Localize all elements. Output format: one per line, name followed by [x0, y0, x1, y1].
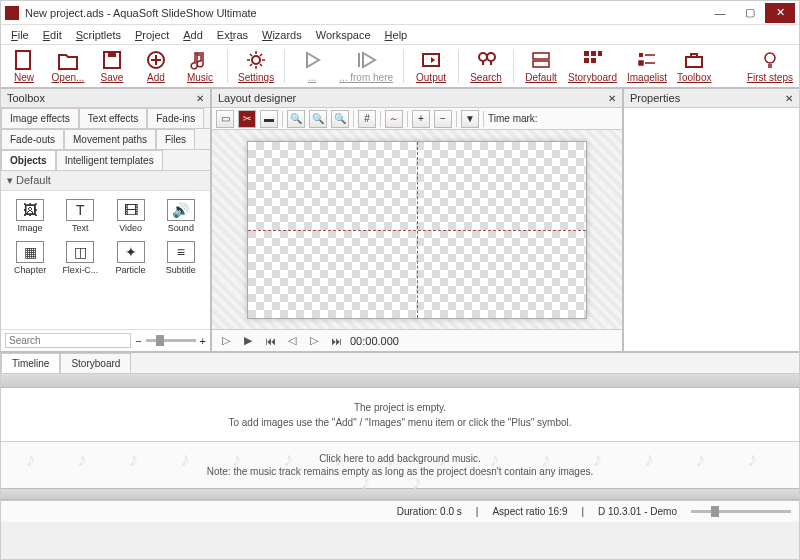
toolbox-close-icon[interactable]: ✕ [196, 93, 204, 104]
object-video[interactable]: 🎞Video [108, 197, 154, 235]
toolbox-zoom-slider[interactable] [146, 339, 196, 342]
properties-panel: Properties✕ [624, 89, 799, 351]
zoom-out-tool[interactable]: 🔍 [309, 110, 327, 128]
svg-rect-15 [639, 53, 643, 57]
open-button[interactable]: Open... [51, 49, 85, 83]
object-chapter[interactable]: ▦Chapter [7, 239, 53, 277]
svg-point-17 [765, 53, 775, 63]
svg-rect-12 [598, 51, 602, 56]
object-flexi[interactable]: ◫Flexi-C... [57, 239, 103, 277]
menu-edit[interactable]: Edit [37, 27, 68, 43]
layout-close-icon[interactable]: ✕ [608, 93, 616, 104]
menu-wizards[interactable]: Wizards [256, 27, 308, 43]
menu-scriptlets[interactable]: Scriptlets [70, 27, 127, 43]
maximize-button[interactable]: ▢ [735, 3, 765, 23]
zoom-fit-tool[interactable]: 🔍 [331, 110, 349, 128]
zoom-slider[interactable] [691, 510, 791, 513]
lightbulb-icon [759, 49, 781, 71]
playbar-play-here-icon[interactable]: ▶ [240, 333, 256, 349]
menu-workspace[interactable]: Workspace [310, 27, 377, 43]
playbar-rewind-icon[interactable]: ⏮ [262, 333, 278, 349]
timeline-ruler[interactable] [1, 374, 799, 388]
output-icon [420, 49, 442, 71]
align-tool[interactable]: ▼ [461, 110, 479, 128]
object-subtitle[interactable]: ≡Subtitle [158, 239, 204, 277]
storyboard-icon [582, 49, 604, 71]
toolbox-button[interactable]: Toolbox [677, 49, 711, 83]
canvas[interactable] [247, 141, 587, 319]
grid-tool[interactable]: # [358, 110, 376, 128]
object-particle[interactable]: ✦Particle [108, 239, 154, 277]
crop-tool[interactable]: ✂ [238, 110, 256, 128]
play-from-here-icon [355, 49, 377, 71]
svg-rect-10 [584, 51, 589, 56]
remove-keyframe-tool[interactable]: − [434, 110, 452, 128]
empty-msg-1: The project is empty. [354, 402, 446, 413]
tab-objects[interactable]: Objects [1, 150, 56, 170]
toolbox-search-input[interactable] [5, 333, 131, 348]
settings-icon [245, 49, 267, 71]
properties-close-icon[interactable]: ✕ [785, 93, 793, 104]
minimize-button[interactable]: — [705, 3, 735, 23]
playbar-play-icon[interactable]: ▷ [218, 333, 234, 349]
object-sound[interactable]: 🔊Sound [158, 197, 204, 235]
collapsible-default[interactable]: ▾ Default [1, 171, 210, 191]
playbar-prev-icon[interactable]: ◁ [284, 333, 300, 349]
path-tool[interactable]: ～ [385, 110, 403, 128]
open-icon [57, 49, 79, 71]
music-track[interactable]: Click here to add background music. Note… [1, 442, 799, 488]
playbar-next-icon[interactable]: ▷ [306, 333, 322, 349]
new-button[interactable]: New [7, 49, 41, 83]
canvas-area[interactable] [212, 130, 622, 329]
tab-fade-outs[interactable]: Fade-outs [1, 129, 64, 149]
svg-rect-14 [591, 58, 596, 63]
menu-file[interactable]: File [5, 27, 35, 43]
music-msg-1: Click here to add background music. [319, 453, 481, 464]
tab-intelligent-templates[interactable]: Intelligent templates [56, 150, 163, 170]
particle-icon: ✦ [117, 241, 145, 263]
save-button[interactable]: Save [95, 49, 129, 83]
timeline-track[interactable]: The project is empty. To add images use … [1, 388, 799, 442]
sound-icon: 🔊 [167, 199, 195, 221]
tab-fade-ins[interactable]: Fade-ins [147, 108, 204, 128]
default-button[interactable]: Default [524, 49, 558, 83]
select-tool[interactable]: ▭ [216, 110, 234, 128]
safe-area-tool[interactable]: ▬ [260, 110, 278, 128]
layout-title: Layout designer [218, 92, 296, 104]
add-keyframe-tool[interactable]: + [412, 110, 430, 128]
storyboard-button[interactable]: Storyboard [568, 49, 617, 83]
tab-image-effects[interactable]: Image effects [1, 108, 79, 128]
menu-extras[interactable]: Extras [211, 27, 254, 43]
zoom-in-icon[interactable]: + [200, 335, 206, 347]
statusbar: Duration: 0.0 s | Aspect ratio 16:9 | D … [1, 500, 799, 522]
zoom-out-icon[interactable]: − [135, 335, 141, 347]
zoom-in-tool[interactable]: 🔍 [287, 110, 305, 128]
tab-movement-paths[interactable]: Movement paths [64, 129, 156, 149]
timeline-area: Timeline Storyboard The project is empty… [1, 351, 799, 500]
tab-storyboard[interactable]: Storyboard [60, 353, 131, 373]
toolbox-icon [683, 49, 705, 71]
play-button[interactable]: ... [295, 49, 329, 83]
settings-button[interactable]: Settings [238, 49, 274, 83]
close-button[interactable]: ✕ [765, 3, 795, 23]
menu-project[interactable]: Project [129, 27, 175, 43]
menu-add[interactable]: Add [177, 27, 209, 43]
menu-help[interactable]: Help [379, 27, 414, 43]
imagelist-button[interactable]: Imagelist [627, 49, 667, 83]
playbar-forward-icon[interactable]: ⏭ [328, 333, 344, 349]
music-button[interactable]: Music [183, 49, 217, 83]
tab-files[interactable]: Files [156, 129, 195, 149]
svg-rect-8 [533, 53, 549, 59]
svg-point-7 [487, 53, 495, 61]
output-button[interactable]: Output [414, 49, 448, 83]
add-button[interactable]: Add [139, 49, 173, 83]
object-text[interactable]: TText [57, 197, 103, 235]
object-image[interactable]: 🖼Image [7, 197, 53, 235]
first-steps-button[interactable]: First steps [747, 49, 793, 83]
window-title: New project.ads - AquaSoft SlideShow Ult… [25, 7, 705, 19]
search-button[interactable]: Search [469, 49, 503, 83]
tab-timeline[interactable]: Timeline [1, 353, 60, 373]
tab-text-effects[interactable]: Text effects [79, 108, 147, 128]
play-icon [301, 49, 323, 71]
play-from-here-button[interactable]: ... from here [339, 49, 393, 83]
